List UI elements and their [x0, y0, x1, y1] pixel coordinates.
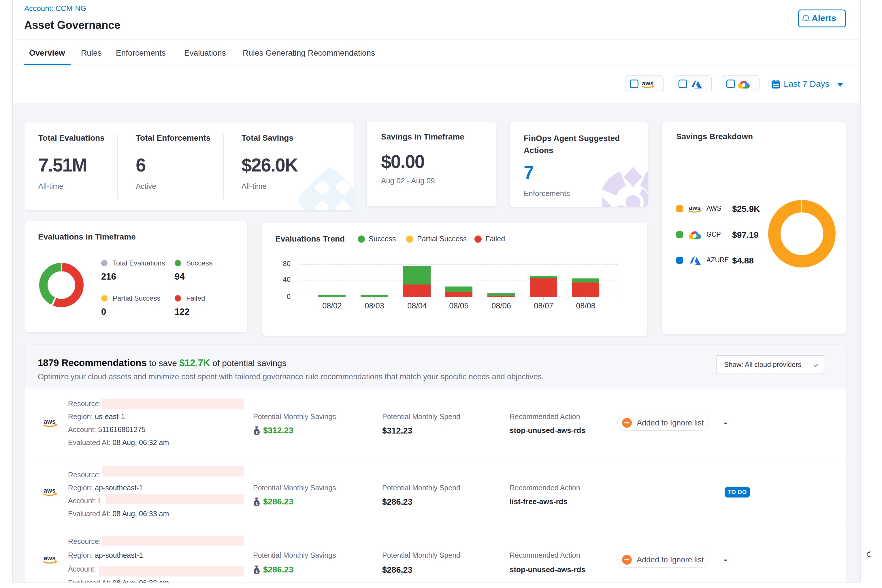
- svg-text:aws: aws: [44, 487, 56, 494]
- svg-text:$: $: [256, 501, 258, 506]
- svg-text:$: $: [256, 570, 258, 574]
- svg-text:aws: aws: [44, 555, 56, 562]
- svg-text:aws: aws: [44, 418, 56, 425]
- svg-text:$: $: [256, 430, 258, 435]
